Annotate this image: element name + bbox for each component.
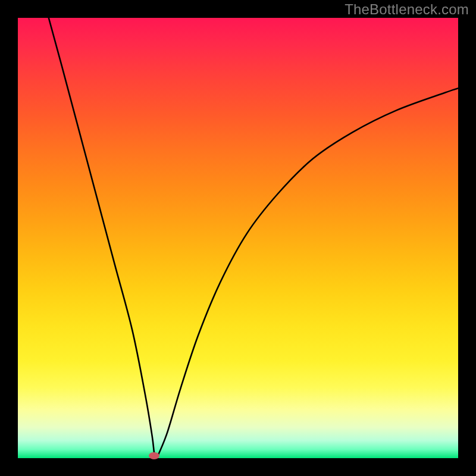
- chart-container: TheBottleneck.com: [0, 0, 476, 476]
- bottleneck-curve-path: [49, 18, 458, 458]
- optimum-marker: [149, 452, 159, 459]
- watermark-text: TheBottleneck.com: [345, 1, 469, 18]
- curve-svg: [18, 18, 458, 458]
- plot-area: [18, 18, 458, 458]
